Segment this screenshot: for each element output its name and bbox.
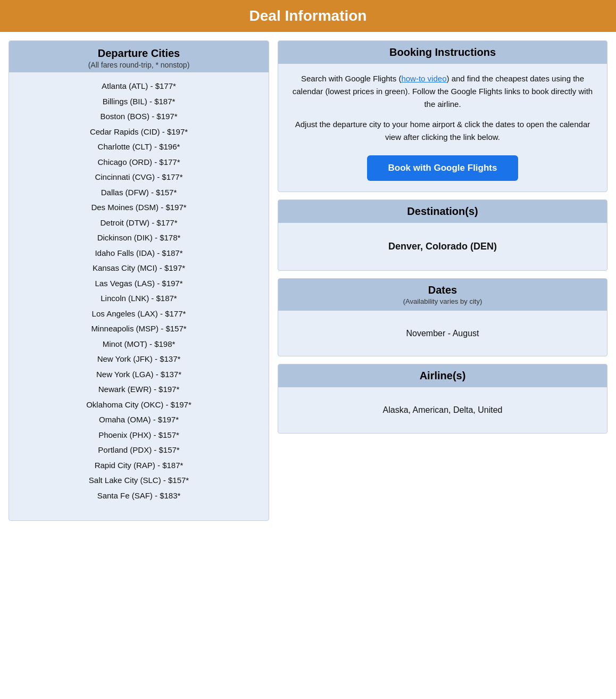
list-item: Los Angeles (LAX) - $177* [20,306,258,322]
destinations-body: Denver, Colorado (DEN) [278,223,607,270]
list-item: Billings (BIL) - $187* [20,94,258,110]
dates-box: Dates (Availability varies by city) Nove… [278,278,607,357]
list-item: Boston (BOS) - $197* [20,109,258,124]
how-to-video-link[interactable]: how-to video [401,74,446,83]
city-list: Atlanta (ATL) - $177*Billings (BIL) - $1… [9,72,269,510]
airlines-header: Airline(s) [278,364,607,387]
destinations-box: Destination(s) Denver, Colorado (DEN) [278,199,607,271]
airlines-body: Alaska, American, Delta, United [278,387,607,433]
book-with-google-flights-button[interactable]: Book with Google Flights [367,155,519,181]
list-item: New York (LGA) - $137* [20,367,258,382]
list-item: Oklahoma City (OKC) - $197* [20,397,258,413]
airlines-value: Alaska, American, Delta, United [289,396,596,425]
destinations-title: Destination(s) [284,205,602,218]
list-item: Chicago (ORD) - $177* [20,155,258,170]
dates-header: Dates (Availability varies by city) [278,279,607,311]
list-item: Charlotte (CLT) - $196* [20,139,258,155]
list-item: Minot (MOT) - $198* [20,337,258,352]
destinations-header: Destination(s) [278,200,607,223]
list-item: New York (JFK) - $137* [20,352,258,367]
list-item: Rapid City (RAP) - $187* [20,458,258,473]
list-item: Cincinnati (CVG) - $177* [20,170,258,185]
list-item: Omaha (OMA) - $197* [20,412,258,428]
list-item: Lincoln (LNK) - $187* [20,291,258,306]
booking-instructions-body: Search with Google Flights (how-to video… [278,64,607,192]
list-item: Minneapolis (MSP) - $157* [20,321,258,337]
list-item: Dallas (DFW) - $157* [20,185,258,201]
list-item: Portland (PDX) - $157* [20,443,258,458]
airlines-title: Airline(s) [284,370,602,382]
booking-instructions-title: Booking Instructions [284,46,602,59]
booking-instructions-box: Booking Instructions Search with Google … [278,40,607,192]
dates-title: Dates [284,284,602,296]
list-item: Phoenix (PHX) - $157* [20,428,258,443]
list-item: Des Moines (DSM) - $197* [20,200,258,215]
dates-value: November - August [289,319,596,348]
booking-text-2: Adjust the departure city to your home a… [289,118,596,144]
list-item: Santa Fe (SAF) - $183* [20,488,258,504]
departure-cities-title: Departure Cities [14,47,263,60]
destination-value: Denver, Colorado (DEN) [289,231,596,262]
booking-instructions-header: Booking Instructions [278,41,607,64]
booking-text-1: Search with Google Flights (how-to video… [289,72,596,111]
list-item: Dickinson (DIK) - $178* [20,230,258,246]
list-item: Idaho Falls (IDA) - $187* [20,246,258,261]
right-panel: Booking Instructions Search with Google … [278,40,607,434]
list-item: Salt Lake City (SLC) - $157* [20,473,258,488]
booking-text-before-link: Search with Google Flights ( [301,74,401,83]
page-title: Deal Information [11,7,605,24]
airlines-box: Airline(s) Alaska, American, Delta, Unit… [278,364,607,434]
list-item: Detroit (DTW) - $177* [20,215,258,231]
departure-cities-panel: Departure Cities (All fares round-trip, … [9,40,269,521]
dates-body: November - August [278,311,607,356]
page-header: Deal Information [0,0,616,32]
list-item: Newark (EWR) - $197* [20,382,258,397]
list-item: Cedar Rapids (CID) - $197* [20,124,258,140]
list-item: Kansas City (MCI) - $197* [20,261,258,276]
dates-subtitle: (Availability varies by city) [284,297,602,305]
list-item: Las Vegas (LAS) - $197* [20,276,258,292]
list-item: Atlanta (ATL) - $177* [20,79,258,94]
departure-cities-header: Departure Cities (All fares round-trip, … [9,41,269,72]
departure-cities-subtitle: (All fares round-trip, * nonstop) [14,61,263,69]
